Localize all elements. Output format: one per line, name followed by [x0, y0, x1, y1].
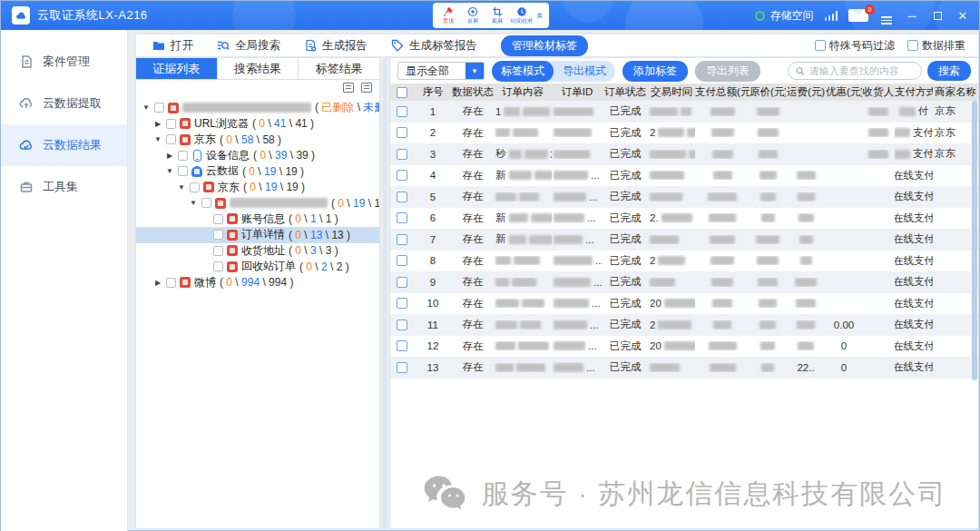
- tab-search-results[interactable]: 搜索结果: [218, 58, 299, 79]
- table-row[interactable]: 13存在...已完成22..0在线支付: [390, 357, 978, 379]
- table-row[interactable]: 2存在已完成2支付京东: [390, 123, 978, 144]
- table-row[interactable]: 3存在秒26..已完成支付京东: [390, 143, 978, 165]
- global-search-button[interactable]: 全局搜索: [217, 38, 280, 54]
- data-dedup-checkbox[interactable]: 数据排重: [907, 38, 965, 54]
- row-checkbox[interactable]: [397, 106, 407, 117]
- row-checkbox[interactable]: [397, 255, 407, 266]
- collapse-toolbar-icon[interactable]: «: [534, 10, 546, 21]
- column-header[interactable]: 序号: [414, 85, 452, 99]
- row-checkbox[interactable]: [397, 340, 407, 351]
- column-header[interactable]: 商家名称: [933, 85, 978, 99]
- row-checkbox[interactable]: [397, 192, 407, 202]
- table-row[interactable]: 1存在1已完成付京东: [390, 101, 978, 123]
- row-checkbox[interactable]: [397, 170, 407, 181]
- tag-mode-button[interactable]: 标签模式: [492, 61, 554, 82]
- tree-node[interactable]: ▼ ( 0 \ 19 \ 19 ): [136, 195, 379, 211]
- maximize-button[interactable]: [930, 9, 945, 23]
- table-row[interactable]: 8存在...已完成2在线支付: [390, 251, 978, 272]
- tree-checkbox[interactable]: [213, 261, 223, 271]
- table-row[interactable]: 12存在...已完成200在线支付: [390, 336, 978, 358]
- tree-node[interactable]: ▶URL浏览器 ( 0 \ 41 \ 41 ): [136, 116, 379, 133]
- column-header[interactable]: 收货人: [862, 85, 895, 99]
- row-checkbox[interactable]: [397, 298, 407, 309]
- tree-checkbox[interactable]: [154, 103, 164, 113]
- tree-node[interactable]: ▼ ( 已删除 \ 未删除 \ 总共: [136, 100, 379, 116]
- column-header[interactable]: 优惠(元): [826, 85, 862, 99]
- export-list-button[interactable]: 导出列表: [695, 61, 760, 82]
- row-checkbox[interactable]: [397, 127, 407, 138]
- tab-evidence-list[interactable]: 证据列表: [136, 58, 218, 79]
- tree-node[interactable]: ▼京东 ( 0 \ 19 \ 19 ): [136, 180, 379, 196]
- column-header[interactable]: 订单内容: [494, 85, 552, 99]
- tree-node[interactable]: ▶设备信息 ( 0 \ 39 \ 39 ): [136, 148, 379, 164]
- sidebar-item-case-management[interactable]: 案件管理: [1, 41, 127, 83]
- column-header[interactable]: 支付总额(元): [695, 85, 750, 99]
- row-checkbox[interactable]: [397, 234, 407, 245]
- column-header[interactable]: 原价(元): [750, 85, 786, 99]
- add-tag-button[interactable]: 添加标签: [622, 61, 688, 82]
- tree-node[interactable]: ▶微博 ( 0 \ 994 \ 994 ): [136, 275, 379, 291]
- row-checkbox[interactable]: [397, 362, 407, 373]
- pin-icon[interactable]: 置顶: [436, 6, 461, 25]
- panel-divider[interactable]: [380, 57, 389, 529]
- tab-tag-results[interactable]: 标签结果: [299, 58, 379, 79]
- screenshot-icon[interactable]: 截屏: [485, 6, 510, 25]
- tree-node[interactable]: ▼云数据 ( 0 \ 19 \ 19 ): [136, 163, 379, 180]
- tree-expander-icon[interactable]: ▼: [142, 103, 151, 112]
- menu-icon[interactable]: [879, 7, 894, 25]
- column-header[interactable]: 交易时间: [648, 85, 695, 99]
- column-header[interactable]: 订单ID: [552, 85, 603, 99]
- table-row[interactable]: 11存在...已完成20.00在线支付: [390, 314, 978, 336]
- tree-checkbox[interactable]: [178, 166, 188, 176]
- close-button[interactable]: ✕: [956, 9, 970, 23]
- special-number-filter-checkbox[interactable]: 特殊号码过滤: [815, 38, 895, 54]
- tree-node[interactable]: 收货地址 ( 0 \ 3 \ 3 ): [136, 243, 379, 260]
- tree-node[interactable]: 订单详情 ( 0 \ 13 \ 13 ): [136, 227, 379, 243]
- row-checkbox[interactable]: [397, 212, 407, 223]
- generate-tag-report-button[interactable]: 生成标签报告: [391, 38, 477, 54]
- tree-expander-icon[interactable]: ▼: [165, 167, 174, 175]
- minimize-button[interactable]: ─: [905, 9, 919, 23]
- tree-checkbox[interactable]: [201, 198, 211, 208]
- column-header[interactable]: 运费(元): [786, 85, 826, 99]
- table-row[interactable]: 6存在新...已完成2.在线支付: [390, 208, 978, 230]
- table-row[interactable]: 7存在新...已完成在线支付: [390, 229, 978, 251]
- tree-expander-icon[interactable]: ▶: [153, 120, 162, 128]
- column-header[interactable]: 订单状态: [603, 85, 648, 99]
- tree-node[interactable]: 回收站订单 ( 0 \ 2 \ 2 ): [136, 259, 379, 275]
- tree-checkbox[interactable]: [213, 230, 223, 240]
- tree-expander-icon[interactable]: ▶: [153, 279, 162, 287]
- tree-checkbox[interactable]: [166, 134, 176, 144]
- row-checkbox[interactable]: [397, 149, 407, 160]
- storage-indicator[interactable]: 存储空间: [755, 8, 814, 24]
- manage-evidence-tags-button[interactable]: 管理检材标签: [501, 35, 588, 56]
- tree-checkbox[interactable]: [166, 119, 176, 129]
- show-all-dropdown[interactable]: 显示全部 ▼: [397, 62, 485, 80]
- tree-checkbox[interactable]: [213, 246, 223, 256]
- tree-expander-icon[interactable]: ▶: [165, 152, 174, 160]
- generate-report-button[interactable]: 生成报告: [304, 38, 368, 54]
- search-button[interactable]: 搜索: [927, 61, 971, 81]
- table-row[interactable]: 5存在...已完成在线支付: [390, 186, 978, 208]
- table-row[interactable]: 9存在...已完成在线支付: [390, 271, 978, 293]
- clock-icon[interactable]: 时间校准: [509, 6, 534, 25]
- tree-checkbox[interactable]: [166, 278, 176, 288]
- table-row[interactable]: 4存在新...已完成在线支付: [390, 165, 978, 187]
- record-icon[interactable]: 录屏: [461, 6, 485, 25]
- vertical-scrollbar[interactable]: [971, 101, 977, 380]
- export-mode-button[interactable]: 导出模式: [554, 61, 615, 82]
- tree-checkbox[interactable]: [190, 182, 200, 192]
- table-row[interactable]: 10存在...已完成20在线支付: [390, 293, 978, 315]
- column-header[interactable]: 支付方式: [895, 85, 933, 99]
- tree-checkbox[interactable]: [178, 151, 188, 161]
- sidebar-item-cloud-results[interactable]: 云数据结果: [1, 124, 127, 166]
- tree-expander-icon[interactable]: ▼: [189, 199, 198, 207]
- tree-node[interactable]: ▼京东 ( 0 \ 58 \ 58 ): [136, 132, 379, 148]
- tree-expander-icon[interactable]: ▼: [177, 183, 186, 192]
- tree-checkbox[interactable]: [213, 214, 223, 224]
- search-input[interactable]: [809, 65, 914, 76]
- row-checkbox[interactable]: [397, 320, 407, 330]
- open-button[interactable]: 打开: [152, 38, 193, 54]
- sidebar-item-toolset[interactable]: 工具集: [1, 166, 127, 208]
- column-header[interactable]: 数据状态: [452, 85, 494, 99]
